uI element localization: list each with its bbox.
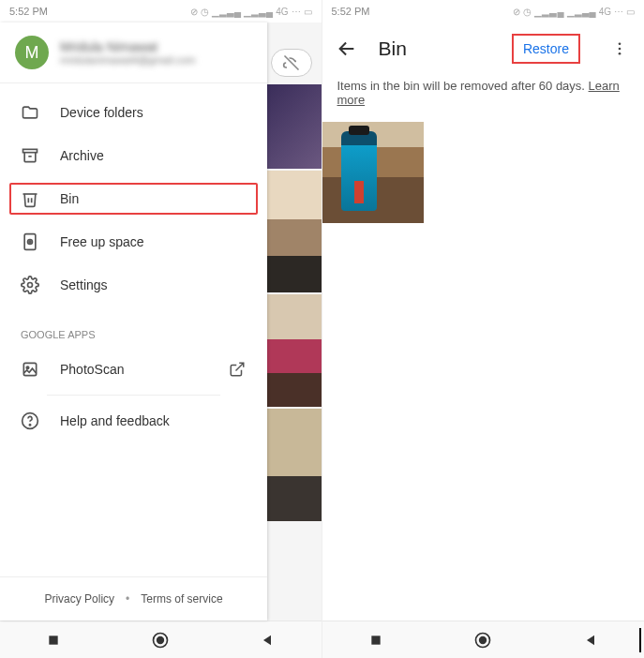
signal-icon: ▁▂▃▄ xyxy=(534,7,563,17)
svg-rect-5 xyxy=(23,363,36,375)
back-button[interactable] xyxy=(581,631,600,650)
phone-screenshot-left: 5:52 PM ⊘ ◷ ▁▂▃▄ ▁▂▃▄ 4G ⋯ ▭ M Mridula N… xyxy=(0,0,322,658)
drawer-item-photoscan[interactable]: PhotoScan xyxy=(0,348,267,391)
phone-content-right: Bin Restore Items in the bin will be rem… xyxy=(322,22,645,621)
signal-icon: ▁▂▃▄ xyxy=(567,7,596,17)
drawer-item-device-folders[interactable]: Device folders xyxy=(0,91,267,134)
back-button[interactable] xyxy=(336,37,358,60)
drawer-item-help[interactable]: Help and feedback xyxy=(0,399,267,442)
svg-point-6 xyxy=(26,366,29,369)
drawer-items: Device folders Archive Bin xyxy=(0,83,267,314)
external-link-icon xyxy=(228,360,247,379)
svg-point-16 xyxy=(619,42,622,45)
signal-icon: ▁▂▃▄ xyxy=(212,7,241,17)
restore-button[interactable]: Restore xyxy=(512,34,580,64)
recents-button[interactable] xyxy=(367,631,385,650)
privacy-link[interactable]: Privacy Policy xyxy=(44,592,114,606)
dimmed-background xyxy=(267,22,322,621)
svg-point-17 xyxy=(619,48,622,51)
bg-photo-thumb xyxy=(267,171,322,292)
bg-photo-thumb xyxy=(267,294,322,407)
more-status-icon: ⋯ xyxy=(614,7,623,17)
network-label: 4G xyxy=(599,7,611,17)
bottle-label-shape xyxy=(354,181,364,203)
svg-rect-0 xyxy=(23,149,37,152)
bg-photo-thumb xyxy=(267,409,322,521)
recents-button[interactable] xyxy=(44,631,63,650)
avatar: M xyxy=(15,36,49,69)
drawer-item-label: PhotoScan xyxy=(60,362,125,377)
home-button[interactable] xyxy=(151,631,170,650)
phone-content-left: M Mridula Nimawat mridulanimawat4@gmail.… xyxy=(0,22,322,621)
more-status-icon: ⋯ xyxy=(292,7,301,17)
bin-info-text: Items in the bin will be removed after 6… xyxy=(322,75,645,122)
signal-icon: ▁▂▃▄ xyxy=(244,7,273,17)
status-bar: 5:52 PM ⊘ ◷ ▁▂▃▄ ▁▂▃▄ 4G ⋯ ▭ xyxy=(0,0,322,22)
trash-icon xyxy=(21,189,39,208)
terms-link[interactable]: Terms of service xyxy=(141,592,222,606)
free-space-icon xyxy=(21,232,39,251)
phone-screenshot-right: 5:52 PM ⊘ ◷ ▁▂▃▄ ▁▂▃▄ 4G ⋯ ▭ Bin Restore… xyxy=(322,0,645,658)
svg-point-14 xyxy=(157,636,164,643)
battery-icon: ▭ xyxy=(304,7,312,17)
svg-rect-12 xyxy=(49,636,57,644)
bin-info-prefix: Items in the bin will be removed after 6… xyxy=(337,79,589,93)
status-icons: ⊘ ◷ ▁▂▃▄ ▁▂▃▄ 4G ⋯ ▭ xyxy=(190,7,312,17)
battery-icon: ▭ xyxy=(626,7,635,17)
bg-photo-thumb xyxy=(267,84,322,169)
app-bar: Bin Restore xyxy=(322,22,645,75)
cloud-off-chip xyxy=(271,49,312,77)
alarm-icon: ⊘ xyxy=(190,7,198,17)
status-time: 5:52 PM xyxy=(9,6,48,17)
svg-point-21 xyxy=(479,636,487,643)
clock-icon: ◷ xyxy=(523,7,532,17)
drawer-item-label: Device folders xyxy=(60,105,143,120)
folder-icon xyxy=(21,103,39,122)
thumbnail-grid xyxy=(322,122,645,223)
gear-icon xyxy=(21,276,39,294)
archive-icon xyxy=(21,146,39,165)
status-icons: ⊘ ◷ ▁▂▃▄ ▁▂▃▄ 4G ⋯ ▭ xyxy=(513,7,635,17)
user-name: Mridula Nimawat xyxy=(60,39,195,54)
divider xyxy=(47,395,220,396)
network-label: 4G xyxy=(276,7,288,17)
page-title: Bin xyxy=(379,37,491,60)
photoscan-icon xyxy=(21,360,39,379)
drawer-item-label: Free up space xyxy=(60,234,144,249)
bottle-shape xyxy=(341,131,377,211)
drawer-item-free-up-space[interactable]: Free up space xyxy=(0,220,267,263)
alarm-icon: ⊘ xyxy=(513,7,520,17)
drawer-item-label: Settings xyxy=(60,277,108,292)
nav-drawer: M Mridula Nimawat mridulanimawat4@gmail.… xyxy=(0,22,267,621)
drawer-section-title: GOOGLE APPS xyxy=(0,314,267,348)
user-email: mridulanimawat4@gmail.com xyxy=(60,54,195,66)
clock-icon: ◷ xyxy=(201,7,209,17)
svg-point-9 xyxy=(29,425,30,426)
drawer-item-label: Help and feedback xyxy=(60,413,170,428)
more-options-button[interactable] xyxy=(608,37,631,60)
svg-rect-19 xyxy=(371,636,380,644)
android-nav-bar xyxy=(322,621,645,658)
drawer-item-archive[interactable]: Archive xyxy=(0,134,267,177)
status-time: 5:52 PM xyxy=(332,6,370,17)
photo-thumbnail[interactable] xyxy=(322,122,424,223)
android-nav-bar xyxy=(0,621,322,658)
svg-line-7 xyxy=(236,363,244,370)
separator-dot: • xyxy=(126,592,129,606)
help-icon xyxy=(21,411,39,430)
svg-point-18 xyxy=(619,52,622,55)
drawer-item-bin[interactable]: Bin xyxy=(7,181,260,217)
drawer-item-settings[interactable]: Settings xyxy=(0,263,267,307)
drawer-header[interactable]: M Mridula Nimawat mridulanimawat4@gmail.… xyxy=(0,22,267,83)
text-cursor xyxy=(639,628,641,652)
user-info: Mridula Nimawat mridulanimawat4@gmail.co… xyxy=(60,39,195,66)
status-bar: 5:52 PM ⊘ ◷ ▁▂▃▄ ▁▂▃▄ 4G ⋯ ▭ xyxy=(322,0,645,22)
home-button[interactable] xyxy=(473,631,492,650)
drawer-item-label: Archive xyxy=(60,148,104,163)
drawer-item-label: Bin xyxy=(60,191,79,206)
drawer-footer: Privacy Policy • Terms of service xyxy=(0,576,267,621)
back-button[interactable] xyxy=(258,631,277,650)
svg-point-4 xyxy=(28,283,33,288)
